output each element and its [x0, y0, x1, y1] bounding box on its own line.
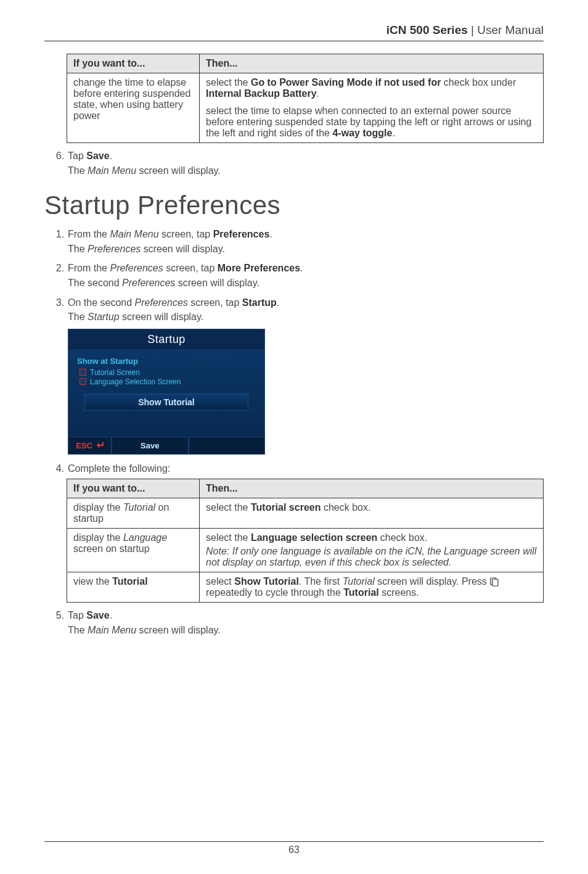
startup-options-table: If you want to... Then... display the Tu… [67, 479, 544, 603]
power-saving-table: If you want to... Then... change the tim… [67, 54, 544, 143]
device-title: Startup [68, 329, 264, 350]
section-heading: Startup Preferences [44, 191, 544, 220]
svg-rect-1 [492, 579, 498, 586]
esc-button[interactable]: ESC [68, 437, 112, 454]
step-1: 1.From the Main Menu screen, tap Prefere… [54, 228, 544, 255]
checkbox-language-screen[interactable]: Language Selection Screen [77, 377, 256, 386]
table1-header-want: If you want to... [67, 54, 200, 73]
product-name: iCN 500 Series [386, 23, 468, 36]
running-header: iCN 500 Series | User Manual [44, 23, 544, 41]
device-heading: Show at Startup [77, 357, 256, 366]
table1-header-then: Then... [200, 54, 544, 73]
table-row: display the Tutorial on startup select t… [67, 498, 544, 529]
page: iCN 500 Series | User Manual If you want… [0, 0, 588, 874]
table-row: display the Language screen on startup s… [67, 529, 544, 572]
table2-header-then: Then... [200, 479, 544, 498]
checkbox-icon [80, 378, 86, 385]
table1-want-cell: change the time to elapse before enterin… [67, 73, 200, 143]
table1-then-cell: select the Go to Power Saving Mode if no… [200, 73, 544, 143]
table-row: view the Tutorial select Show Tutorial. … [67, 572, 544, 603]
table-row: change the time to elapse before enterin… [67, 73, 544, 143]
step-4: 4. Complete the following: [54, 462, 544, 476]
save-button[interactable]: Save [112, 437, 189, 454]
content-area: If you want to... Then... change the tim… [44, 54, 544, 637]
step-6: 6. Tap Save. The Main Menu screen will d… [54, 149, 544, 177]
page-number: 63 [44, 841, 544, 855]
table2-header-want: If you want to... [67, 479, 200, 498]
step-3: 3.On the second Preferences screen, tap … [54, 296, 544, 324]
return-arrow-icon [95, 442, 104, 449]
step-2: 2.From the Preferences screen, tap More … [54, 262, 544, 289]
show-tutorial-button[interactable]: Show Tutorial [84, 394, 248, 411]
checkbox-icon [80, 369, 86, 376]
checkbox-tutorial-screen[interactable]: Tutorial Screen [77, 368, 256, 377]
device-screenshot: Startup Show at Startup Tutorial Screen … [68, 329, 544, 455]
device-frame: Startup Show at Startup Tutorial Screen … [68, 329, 265, 455]
step-5: 5. Tap Save. The Main Menu screen will d… [54, 609, 544, 637]
page-icon [489, 577, 499, 587]
